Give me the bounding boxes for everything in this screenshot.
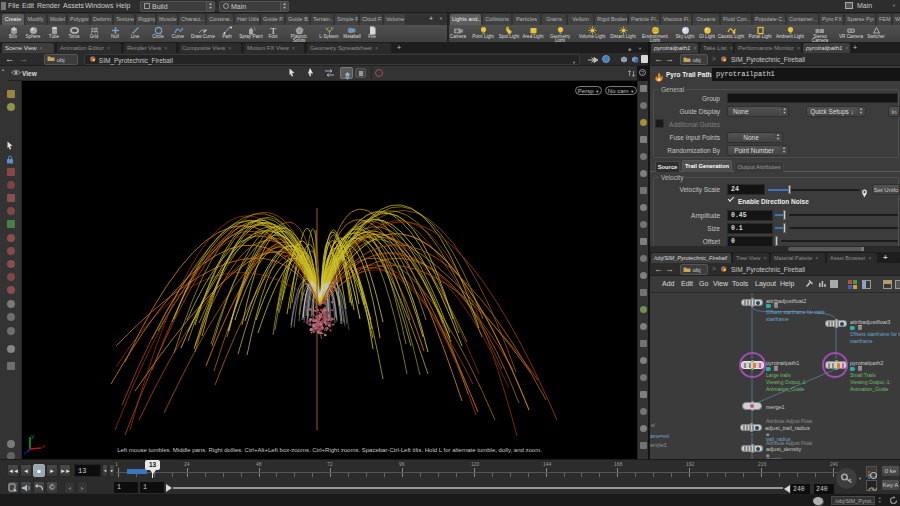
svg-text:z: z <box>24 450 27 456</box>
svg-text:x: x <box>42 443 45 449</box>
svg-text:y: y <box>31 433 34 439</box>
svg-text:T: T <box>270 26 276 35</box>
